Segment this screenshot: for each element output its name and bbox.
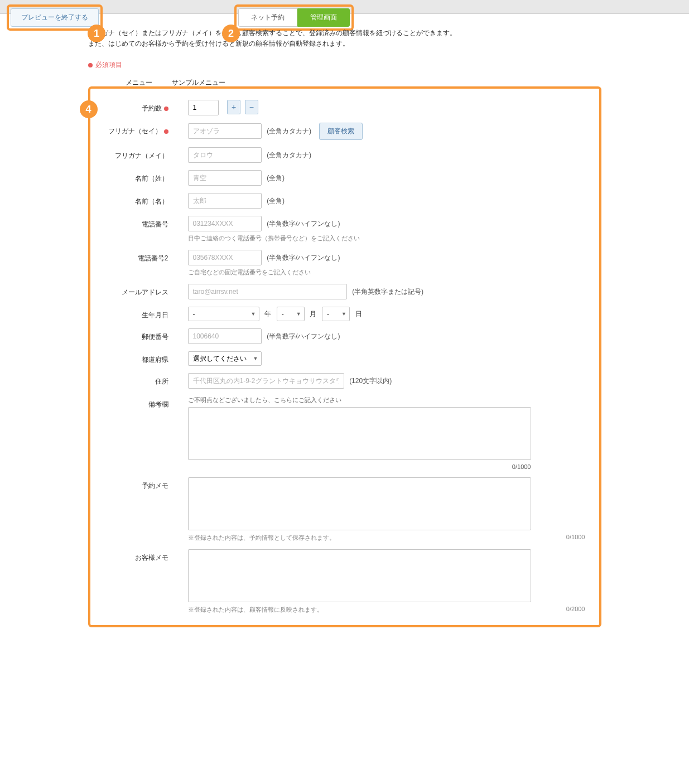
remarks-counter: 0/1000 [188, 463, 531, 470]
label-phone1: 電話番号 [104, 216, 177, 229]
birth-month-select[interactable]: - [277, 307, 305, 321]
description-line1: フリガナ（セイ）またはフリガナ（メイ）を入力し顧客検索することで、登録済みの顧客… [88, 28, 601, 38]
row-address: 住所 (120文字以内) [104, 373, 585, 389]
label-email: メールアドレス [104, 284, 177, 297]
main-content: フリガナ（セイ）またはフリガナ（メイ）を入力し顧客検索することで、登録済みの顧客… [88, 14, 601, 638]
sub-hint-remarks: ご不明点などございましたら、こちらにご記入ください [188, 396, 585, 404]
day-label: 日 [355, 310, 362, 318]
month-label: 月 [310, 310, 316, 318]
hint-phone2: (半角数字/ハイフンなし) [267, 254, 340, 262]
hint-name-sei: (全角) [267, 174, 285, 182]
sub-hint-phone1: 日中ご連絡のつく電話番号（携帯番号など）をご記入ください [188, 234, 585, 243]
customer-memo-note: ※登録された内容は、顧客情報に反映されます。 0/2000 [188, 606, 585, 614]
label-name-mei: 名前（名） [104, 193, 177, 206]
email-input[interactable] [188, 284, 347, 299]
row-phone2: 電話番号2 (半角数字/ハイフンなし) ご自宅などの固定電話番号をご記入ください [104, 250, 585, 277]
row-furigana-mei: フリガナ（メイ） (全角カタカナ) [104, 147, 585, 163]
customer-memo-textarea[interactable] [188, 549, 531, 602]
customer-memo-counter: 0/2000 [566, 606, 585, 612]
postal-input[interactable] [188, 328, 262, 344]
label-phone2: 電話番号2 [104, 250, 177, 263]
row-furigana-sei: フリガナ（セイ） (全角カタカナ) 顧客検索 [104, 123, 585, 140]
birth-year-select[interactable]: - [188, 307, 259, 321]
required-dot-icon [88, 63, 93, 67]
callout-badge-4: 4 [80, 100, 98, 118]
label-postal: 郵便番号 [104, 328, 177, 342]
row-email: メールアドレス (半角英数字または記号) [104, 284, 585, 299]
required-legend: 必須項目 [88, 60, 601, 70]
hint-postal: (半角数字/ハイフンなし) [267, 332, 340, 340]
reservation-memo-textarea[interactable] [188, 477, 531, 530]
description-line2: また、はじめてのお客様から予約を受け付けると新規の顧客情報が自動登録されます。 [88, 38, 601, 49]
label-birthdate: 生年月日 [104, 307, 177, 320]
menu-value: サンプルメニュー [161, 78, 225, 88]
count-increment-button[interactable]: + [227, 100, 240, 114]
hint-phone1: (半角数字/ハイフンなし) [267, 220, 340, 228]
row-postal: 郵便番号 (半角数字/ハイフンなし) [104, 328, 585, 344]
row-name-mei: 名前（名） (全角) [104, 193, 585, 209]
label-furigana-mei: フリガナ（メイ） [104, 147, 177, 161]
label-furigana-sei: フリガナ（セイ） [104, 123, 177, 136]
row-birthdate: 生年月日 - 年 - 月 - 日 [104, 307, 585, 321]
hint-address: (120文字以内) [349, 377, 392, 385]
row-customer-memo: お客様メモ ※登録された内容は、顧客情報に反映されます。 0/2000 [104, 549, 585, 614]
customer-search-button[interactable]: 顧客検索 [319, 123, 363, 140]
furigana-sei-input[interactable] [188, 123, 262, 139]
label-prefecture: 都道府県 [104, 351, 177, 365]
description-text: フリガナ（セイ）またはフリガナ（メイ）を入力し顧客検索することで、登録済みの顧客… [88, 28, 601, 49]
end-preview-button[interactable]: プレビューを終了する [11, 8, 99, 27]
callout-badge-2: 2 [222, 25, 240, 42]
required-dot-icon [164, 129, 168, 134]
reservation-count-input[interactable] [188, 100, 219, 115]
reservation-memo-note: ※登録された内容は、予約情報として保存されます。 0/1000 [188, 534, 585, 542]
address-input[interactable] [188, 373, 344, 389]
name-mei-input[interactable] [188, 193, 262, 209]
label-remarks: 備考欄 [104, 396, 177, 409]
row-remarks: 備考欄 ご不明点などございましたら、こちらにご記入ください 0/1000 [104, 396, 585, 470]
required-dot-icon [164, 107, 168, 111]
label-reservation-memo: 予約メモ [104, 477, 177, 491]
label-reservation-count: 予約数 [104, 100, 177, 113]
callout-badge-1: 1 [88, 25, 105, 42]
row-reservation-memo: 予約メモ ※登録された内容は、予約情報として保存されます。 0/1000 [104, 477, 585, 542]
sub-hint-phone2: ご自宅などの固定電話番号をご記入ください [188, 268, 585, 277]
phone2-input[interactable] [188, 250, 262, 265]
birth-day-select[interactable]: - [322, 307, 350, 321]
row-reservation-count: 予約数 + − [104, 100, 585, 115]
hint-furigana-sei: (全角カタカナ) [267, 127, 311, 135]
row-name-sei: 名前（姓） (全角) [104, 170, 585, 186]
prefecture-select[interactable]: 選択してください [188, 351, 262, 366]
furigana-mei-input[interactable] [188, 147, 262, 163]
label-name-sei: 名前（姓） [104, 170, 177, 183]
menu-label: メニュー [88, 78, 161, 88]
row-prefecture: 都道府県 選択してください [104, 351, 585, 366]
year-label: 年 [264, 310, 271, 318]
hint-name-mei: (全角) [267, 197, 285, 205]
header-bar: プレビューを終了する ネット予約 管理画面 [0, 0, 689, 14]
row-phone1: 電話番号 (半角数字/ハイフンなし) 日中ご連絡のつく電話番号（携帯番号など）を… [104, 216, 585, 243]
label-customer-memo: お客様メモ [104, 549, 177, 563]
remarks-textarea[interactable] [188, 407, 531, 460]
hint-email: (半角英数字または記号) [352, 288, 423, 296]
phone1-input[interactable] [188, 216, 262, 231]
label-address: 住所 [104, 373, 177, 386]
count-decrement-button[interactable]: − [245, 100, 258, 114]
name-sei-input[interactable] [188, 170, 262, 186]
hint-furigana-mei: (全角カタカナ) [267, 151, 311, 159]
reservation-memo-counter: 0/1000 [566, 534, 585, 540]
form-highlight-box: 予約数 + − フリガナ（セイ） (全角カタカナ) 顧客検索 フリガナ（メイ） [88, 86, 601, 627]
